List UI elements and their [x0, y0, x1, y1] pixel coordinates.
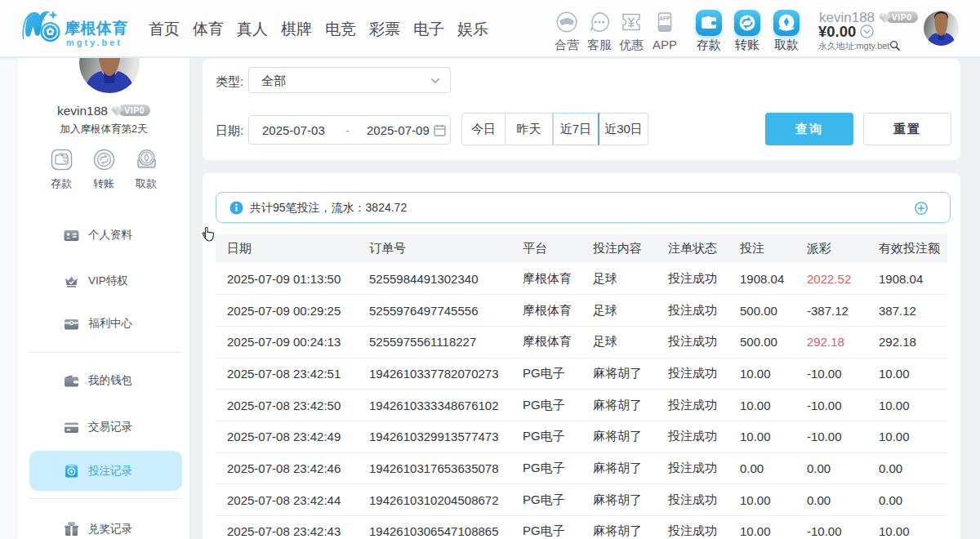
svg-text:APP: APP	[659, 16, 670, 21]
